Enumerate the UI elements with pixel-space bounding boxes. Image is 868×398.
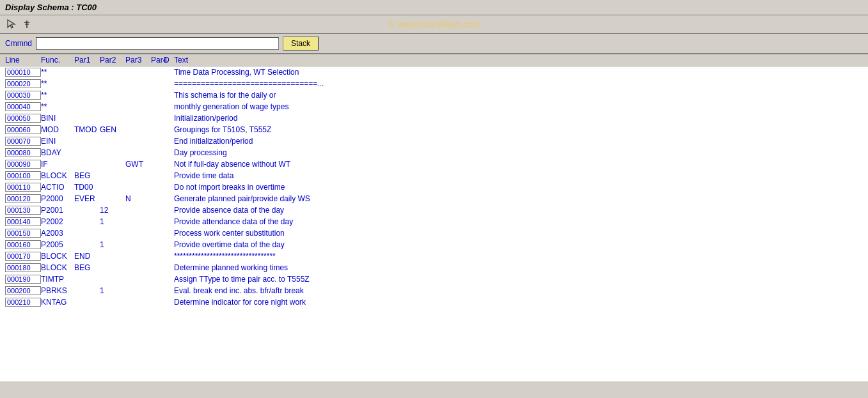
table-row[interactable]: 000010 ** Time Data Processing, WT Selec… (0, 66, 868, 78)
column-headers: Line Func. Par1 Par2 Par3 Par4 D Text (0, 54, 868, 66)
cursor-icon[interactable] (5, 18, 18, 31)
cell-text: Groupings for T510S, T555Z (174, 125, 863, 134)
table-row[interactable]: 000030 ** This schema is for the daily o… (0, 89, 868, 101)
table-row[interactable]: 000130 P2001 12 Provide absence data of … (0, 204, 868, 216)
cell-par1: BEG (74, 171, 100, 180)
cell-text: Generate planned pair/provide daily WS (174, 194, 863, 203)
cell-func: ** (41, 79, 74, 88)
cell-line: 000170 (5, 252, 41, 261)
col-header-d: D (164, 56, 174, 65)
cell-par1: END (74, 252, 100, 261)
cell-text: ********************************** (174, 252, 863, 261)
col-header-par3: Par3 (125, 56, 151, 65)
cell-text: This schema is for the daily or (174, 91, 863, 100)
cell-func: KNTAG (41, 298, 74, 307)
table-row[interactable]: 000040 ** monthly generation of wage typ… (0, 101, 868, 112)
table-row[interactable]: 000180 BLOCK BEG Determine planned worki… (0, 262, 868, 273)
table-row[interactable]: 000060 MOD TMOD GEN Groupings for T510S,… (0, 124, 868, 135)
cell-par1: TMOD (74, 125, 100, 134)
table-row[interactable]: 000110 ACTIO TD00 Do not import breaks i… (0, 181, 868, 193)
cell-text: Provide time data (174, 171, 863, 180)
cell-func: P2002 (41, 217, 74, 226)
cell-line: 000130 (5, 206, 41, 215)
cell-line: 000050 (5, 114, 41, 123)
cell-text: Time Data Processing, WT Selection (174, 68, 863, 77)
cell-func: P2000 (41, 194, 74, 203)
table-row[interactable]: 000090 IF GWT Not if full-day absence wi… (0, 158, 868, 170)
cell-func: P2005 (41, 240, 74, 249)
cell-text: ================================... (174, 79, 863, 88)
cell-text: Day processing (174, 148, 863, 157)
cell-text: Provide attendance data of the day (174, 217, 863, 226)
page-title: Display Schema : TC00 (5, 3, 97, 12)
cell-text: Provide absence data of the day (174, 206, 863, 215)
table-row[interactable]: 000140 P2002 1 Provide attendance data o… (0, 216, 868, 227)
cell-line: 000200 (5, 286, 41, 295)
cell-line: 000020 (5, 79, 41, 88)
table-row[interactable]: 000210 KNTAG Determine indicator for cor… (0, 296, 868, 308)
cell-par1: BEG (74, 263, 100, 272)
col-header-line: Line (5, 56, 41, 65)
cell-par3: GWT (125, 160, 151, 169)
col-header-text: Text (174, 56, 863, 65)
cell-func: MOD (41, 125, 74, 134)
cell-func: ACTIO (41, 183, 74, 192)
cell-line: 000140 (5, 217, 41, 226)
cell-par2: GEN (100, 125, 125, 134)
command-label: Cmmnd (5, 39, 32, 48)
table-row[interactable]: 000100 BLOCK BEG Provide time data (0, 170, 868, 181)
cell-func: ** (41, 68, 74, 77)
main-content: 000010 ** Time Data Processing, WT Selec… (0, 66, 868, 381)
cell-text: Not if full-day absence without WT (174, 160, 863, 169)
cell-line: 000070 (5, 137, 41, 146)
cell-func: A2003 (41, 229, 74, 238)
cell-line: 000010 (5, 68, 41, 77)
cell-text: Process work center substitution (174, 229, 863, 238)
cell-line: 000190 (5, 275, 41, 284)
cell-text: Provide overtime data of the day (174, 240, 863, 249)
cell-text: monthly generation of wage types (174, 102, 863, 111)
command-input[interactable] (36, 37, 279, 50)
cell-line: 000180 (5, 263, 41, 272)
cell-par2: 1 (100, 217, 125, 226)
cell-func: BDAY (41, 148, 74, 157)
col-header-func: Func. (41, 56, 74, 65)
watermark: © www.tutorialkart.com (388, 19, 480, 29)
cell-func: P2001 (41, 206, 74, 215)
pin-icon[interactable] (20, 18, 33, 31)
table-row[interactable]: 000050 BINI Initialization/period (0, 112, 868, 124)
cell-line: 000150 (5, 229, 41, 238)
cell-func: BLOCK (41, 263, 74, 272)
scroll-area[interactable]: 000010 ** Time Data Processing, WT Selec… (0, 66, 868, 381)
cell-func: EINI (41, 137, 74, 146)
cell-line: 000040 (5, 102, 41, 111)
table-row[interactable]: 000150 A2003 Process work center substit… (0, 227, 868, 239)
cell-line: 000030 (5, 91, 41, 100)
table-row[interactable]: 000200 PBRKS 1 Eval. break end inc. abs.… (0, 285, 868, 296)
stack-button[interactable]: Stack (283, 36, 319, 50)
table-row[interactable]: 000080 BDAY Day processing (0, 147, 868, 158)
cell-func: ** (41, 91, 74, 100)
table-row[interactable]: 000160 P2005 1 Provide overtime data of … (0, 239, 868, 250)
cell-text: Assign TType to time pair acc. to T555Z (174, 275, 863, 284)
cell-line: 000100 (5, 171, 41, 180)
cell-func: TIMTP (41, 275, 74, 284)
toolbar: © www.tutorialkart.com (0, 15, 868, 34)
table-row[interactable]: 000120 P2000 EVER N Generate planned pai… (0, 193, 868, 204)
cell-text: Determine indicator for core night work (174, 298, 863, 307)
table-row[interactable]: 000170 BLOCK END ***********************… (0, 250, 868, 262)
table-row[interactable]: 000190 TIMTP Assign TType to time pair a… (0, 273, 868, 285)
cell-text: Initialization/period (174, 114, 863, 123)
svg-marker-0 (8, 20, 15, 28)
cell-line: 000210 (5, 298, 41, 307)
cell-line: 000060 (5, 125, 41, 134)
cell-func: IF (41, 160, 74, 169)
table-row[interactable]: 000070 EINI End initialization/period (0, 135, 868, 147)
table-row[interactable]: 000020 ** ==============================… (0, 78, 868, 89)
cell-par2: 1 (100, 240, 125, 249)
cell-text: End initialization/period (174, 137, 863, 146)
cell-line: 000160 (5, 240, 41, 249)
command-bar: Cmmnd Stack (0, 34, 868, 54)
cell-func: BLOCK (41, 171, 74, 180)
cell-func: PBRKS (41, 286, 74, 295)
